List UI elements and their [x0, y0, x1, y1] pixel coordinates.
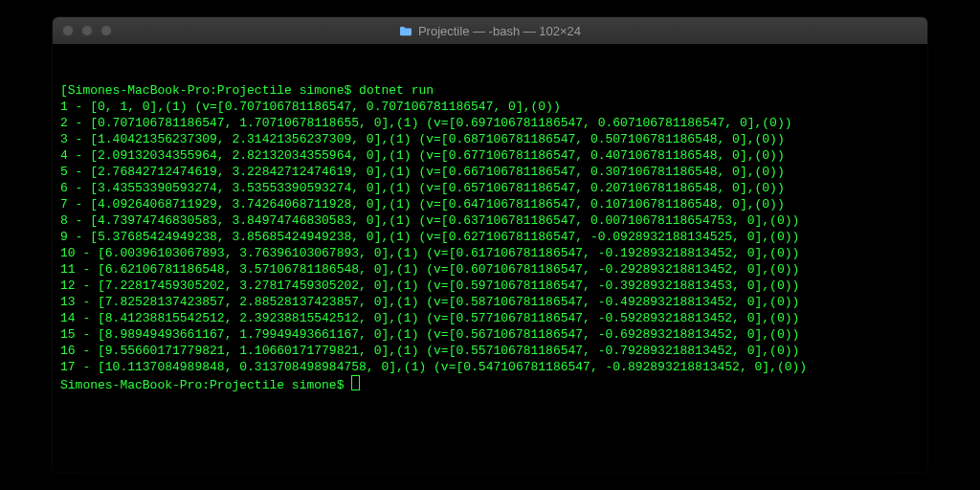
titlebar: Projectile — -bash — 102×24: [53, 17, 927, 44]
output-line: 14 - [8.41238815542512, 2.39238815542512…: [60, 310, 920, 326]
output-line: 9 - [5.37685424949238, 3.85685424949238,…: [60, 229, 920, 245]
output-line: 16 - [9.55660171779821, 1.10660171779821…: [60, 343, 920, 359]
close-icon[interactable]: [62, 25, 74, 36]
output-line: 5 - [2.76842712474619, 3.22842712474619,…: [60, 164, 920, 180]
output-line: 10 - [6.00396103067893, 3.76396103067893…: [60, 245, 920, 261]
window-controls: [62, 25, 112, 36]
output-line: 13 - [7.82528137423857, 2.88528137423857…: [60, 294, 920, 310]
terminal-window: Projectile — -bash — 102×24 [Simones-Mac…: [53, 17, 927, 473]
prompt-host: Simones-MacBook-Pro:Projectile simone$: [68, 83, 351, 98]
output-line: 6 - [3.43553390593274, 3.53553390593274,…: [60, 180, 920, 196]
window-title: Projectile — -bash — 102×24: [53, 24, 927, 38]
zoom-icon[interactable]: [100, 25, 112, 36]
prompt-line: [Simones-MacBook-Pro:Projectile simone$ …: [60, 82, 920, 99]
output-line: 15 - [8.98949493661167, 1.79949493661167…: [60, 326, 920, 343]
output-line: 4 - [2.09132034355964, 2.82132034355964,…: [60, 147, 920, 164]
cursor: [351, 375, 360, 390]
terminal-body[interactable]: [Simones-MacBook-Pro:Projectile simone$ …: [53, 44, 927, 434]
output-line: 3 - [1.40421356237309, 2.31421356237309,…: [60, 131, 920, 147]
output-line: 7 - [4.09264068711929, 3.74264068711928,…: [60, 196, 920, 212]
output-line: 8 - [4.73974746830583, 3.84974746830583,…: [60, 212, 920, 229]
output-line: 11 - [6.62106781186548, 3.57106781186548…: [60, 261, 920, 278]
window-title-text: Projectile — -bash — 102×24: [418, 24, 581, 38]
prompt-line-2: Simones-MacBook-Pro:Projectile simone$: [60, 375, 920, 393]
output-line: 17 - [10.1137084989848, 0.31370849898475…: [60, 359, 920, 375]
output-line: 12 - [7.22817459305202, 3.27817459305202…: [60, 278, 920, 294]
minimize-icon[interactable]: [81, 25, 93, 36]
output-line: 1 - [0, 1, 0],(1) (v=[0.707106781186547,…: [60, 99, 920, 115]
prompt-host-2: Simones-MacBook-Pro:Projectile simone$: [60, 378, 351, 392]
folder-icon: [399, 26, 412, 36]
output-line: 2 - [0.707106781186547, 1.70710678118655…: [60, 115, 920, 131]
prompt-command: dotnet run: [359, 83, 434, 98]
